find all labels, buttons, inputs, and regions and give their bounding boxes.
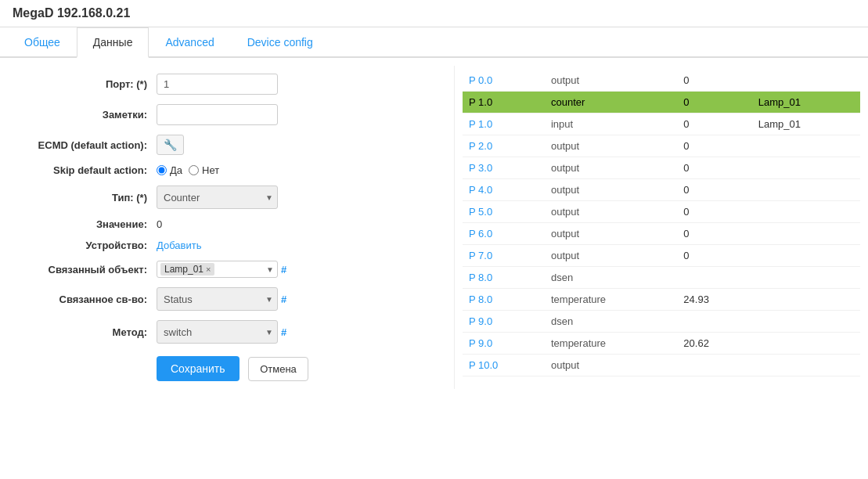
port-id-link[interactable]: P 2.0 — [469, 140, 492, 152]
method-select[interactable]: switch toggle set — [157, 320, 278, 344]
port-id-link[interactable]: P 6.0 — [469, 228, 492, 240]
method-label: Метод: — [16, 326, 157, 338]
ecmd-row: ECMD (default action): 🔧 — [16, 135, 438, 155]
port-input[interactable] — [157, 74, 278, 95]
port-name — [752, 267, 860, 289]
port-id-link[interactable]: P 9.0 — [469, 315, 492, 327]
port-id-link[interactable]: P 9.0 — [469, 337, 492, 349]
port-type: output — [545, 135, 677, 157]
skip-yes-radio[interactable] — [157, 165, 167, 175]
right-panel: P 0.0output0P 1.0counter0Lamp_01P 1.0inp… — [454, 66, 868, 389]
table-row: P 2.0output0 — [463, 135, 860, 157]
port-id-link[interactable]: P 1.0 — [469, 118, 492, 130]
skip-no-text: Нет — [202, 164, 219, 176]
ecmd-button[interactable]: 🔧 — [157, 135, 184, 155]
linked-prop-row: Связанное св-во: Status Value State ▼ # — [16, 287, 438, 311]
skip-radio-group: Да Нет — [157, 164, 219, 176]
notes-input[interactable] — [157, 104, 278, 125]
port-value — [677, 311, 752, 333]
method-row: Метод: switch toggle set ▼ # — [16, 320, 438, 344]
device-add-link[interactable]: Добавить — [157, 240, 201, 251]
port-type: counter — [545, 92, 677, 113]
port-name — [752, 135, 860, 157]
port-id-link[interactable]: P 4.0 — [469, 184, 492, 196]
skip-no-radio[interactable] — [189, 165, 199, 175]
table-row: P 3.0output0 — [463, 157, 860, 179]
notes-label: Заметки: — [16, 109, 157, 121]
linked-prop-label: Связанное св-во: — [16, 294, 157, 305]
tab-dannye[interactable]: Данные — [77, 27, 149, 58]
skip-no-label[interactable]: Нет — [189, 164, 219, 176]
port-value — [677, 267, 752, 289]
method-hash-link[interactable]: # — [281, 326, 286, 338]
linked-obj-tag-text: Lamp_01 — [164, 264, 203, 275]
table-row: P 4.0output0 — [463, 179, 860, 201]
port-type: output — [545, 245, 677, 267]
table-row: P 5.0output0 — [463, 201, 860, 223]
port-value: 0 — [677, 113, 752, 135]
linked-obj-dropdown-icon[interactable]: ▼ — [266, 265, 274, 274]
port-type: output — [545, 179, 677, 201]
port-type: output — [545, 157, 677, 179]
skip-label: Skip default action: — [16, 164, 157, 176]
skip-yes-text: Да — [170, 164, 182, 176]
port-name — [752, 355, 860, 376]
port-id-link[interactable]: P 0.0 — [469, 74, 492, 86]
port-type: temperature — [545, 333, 677, 355]
port-id-link[interactable]: P 8.0 — [469, 272, 492, 283]
port-name — [752, 333, 860, 355]
port-value: 0 — [677, 201, 752, 223]
save-button[interactable]: Сохранить — [157, 356, 240, 381]
port-id-link[interactable]: P 10.0 — [469, 359, 498, 371]
port-value: 20.62 — [677, 333, 752, 355]
main-content: Порт: (*) Заметки: ECMD (default action)… — [0, 58, 868, 397]
linked-obj-hash-link[interactable]: # — [281, 264, 286, 276]
skip-yes-label[interactable]: Да — [157, 164, 182, 176]
port-type: dsen — [545, 311, 677, 333]
type-select[interactable]: Counter Input Output DSen I2C 1-Wire — [157, 185, 278, 209]
port-value: 0 — [677, 179, 752, 201]
value-row: Значение: 0 — [16, 218, 438, 230]
table-row: P 10.0output — [463, 355, 860, 376]
cancel-button[interactable]: Отмена — [248, 357, 308, 381]
port-name — [752, 245, 860, 267]
port-type: input — [545, 113, 677, 135]
port-id-link[interactable]: P 5.0 — [469, 206, 492, 218]
table-row: P 6.0output0 — [463, 223, 860, 245]
port-name — [752, 201, 860, 223]
port-id-link[interactable]: P 3.0 — [469, 162, 492, 174]
linked-prop-select[interactable]: Status Value State — [157, 287, 278, 311]
port-value: 0 — [677, 135, 752, 157]
type-select-wrapper: Counter Input Output DSen I2C 1-Wire ▼ — [157, 185, 278, 209]
table-row: P 9.0temperature20.62 — [463, 333, 860, 355]
linked-obj-tag: Lamp_01 × — [160, 263, 214, 276]
port-id-link[interactable]: P 1.0 — [469, 96, 492, 108]
ecmd-label: ECMD (default action): — [16, 139, 157, 151]
linked-obj-tag-remove-icon[interactable]: × — [206, 265, 211, 274]
port-name — [752, 157, 860, 179]
device-row: Устройство: Добавить — [16, 240, 438, 251]
linked-obj-row: Связанный объект: Lamp_01 × ▼ # — [16, 261, 438, 278]
port-id-link[interactable]: P 7.0 — [469, 250, 492, 261]
port-type: dsen — [545, 267, 677, 289]
type-label: Тип: (*) — [16, 192, 157, 203]
port-name — [752, 179, 860, 201]
port-name: Lamp_01 — [752, 113, 860, 135]
linked-obj-label: Связанный объект: — [16, 264, 157, 276]
notes-row: Заметки: — [16, 104, 438, 125]
table-row: P 8.0dsen — [463, 267, 860, 289]
tabs-container: Общее Данные Advanced Device config — [0, 27, 868, 58]
port-type: temperature — [545, 289, 677, 311]
table-row: P 9.0dsen — [463, 311, 860, 333]
port-value — [677, 355, 752, 376]
tab-obshee[interactable]: Общее — [8, 27, 77, 58]
table-row: P 7.0output0 — [463, 245, 860, 267]
tab-advanced[interactable]: Advanced — [149, 27, 230, 58]
tab-device-config[interactable]: Device config — [231, 27, 330, 58]
port-id-link[interactable]: P 8.0 — [469, 294, 492, 305]
port-name — [752, 70, 860, 92]
linked-obj-input[interactable]: Lamp_01 × ▼ — [157, 261, 278, 278]
skip-row: Skip default action: Да Нет — [16, 164, 438, 176]
value-text: 0 — [157, 218, 162, 230]
linked-prop-hash-link[interactable]: # — [281, 294, 286, 305]
